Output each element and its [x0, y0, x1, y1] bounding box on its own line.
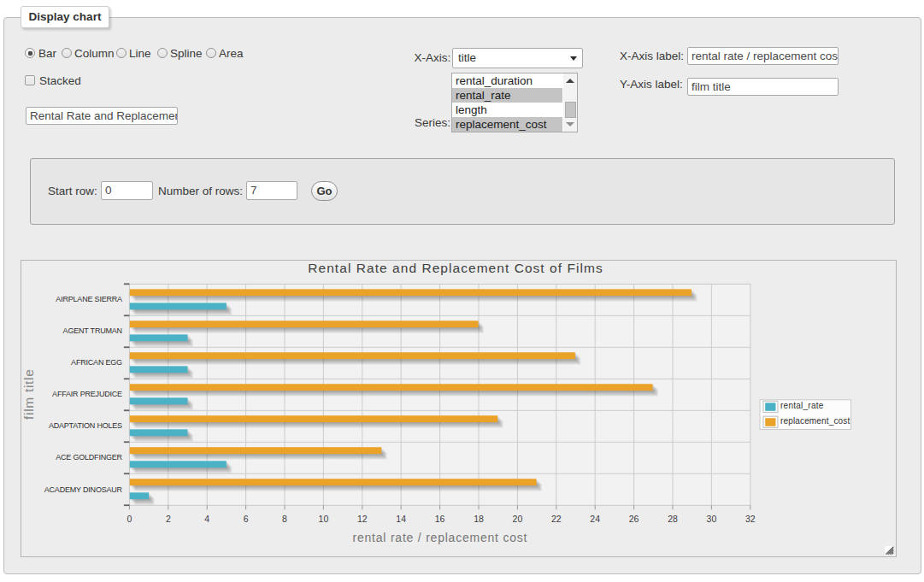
svg-text:12: 12 [357, 514, 368, 524]
svg-text:AIRPLANE SIERRA: AIRPLANE SIERRA [56, 295, 122, 303]
svg-text:22: 22 [551, 514, 562, 524]
svg-text:AFFAIR PREJUDICE: AFFAIR PREJUDICE [52, 390, 122, 398]
svg-text:16: 16 [435, 514, 445, 524]
svg-text:28: 28 [668, 514, 678, 524]
svg-text:ACADEMY DINOSAUR: ACADEMY DINOSAUR [44, 485, 123, 494]
svg-text:ADAPTATION HOLES: ADAPTATION HOLES [49, 421, 122, 430]
svg-text:AGENT TRUMAN: AGENT TRUMAN [63, 326, 122, 335]
svg-text:6: 6 [244, 514, 249, 524]
svg-text:30: 30 [707, 514, 717, 524]
svg-text:4: 4 [204, 514, 209, 524]
svg-text:14: 14 [396, 514, 406, 524]
svg-text:18: 18 [474, 514, 484, 524]
svg-text:8: 8 [282, 514, 287, 524]
svg-text:26: 26 [629, 514, 639, 524]
svg-text:ACE GOLDFINGER: ACE GOLDFINGER [56, 453, 122, 461]
svg-text:20: 20 [513, 514, 523, 524]
svg-text:AFRICAN EGG: AFRICAN EGG [71, 358, 122, 367]
svg-text:film title: film title [21, 368, 36, 420]
svg-text:replacement_cost: replacement_cost [780, 416, 850, 426]
svg-text:2: 2 [166, 514, 171, 524]
svg-text:rental rate / replacement cost: rental rate / replacement cost [353, 531, 528, 544]
svg-text:rental_rate: rental_rate [780, 401, 824, 410]
svg-text:10: 10 [319, 514, 329, 524]
svg-text:32: 32 [745, 514, 756, 524]
svg-text:24: 24 [590, 514, 600, 524]
svg-text:0: 0 [127, 514, 132, 524]
svg-text:Rental Rate and Replacement Co: Rental Rate and Replacement Cost of Film… [308, 261, 603, 275]
